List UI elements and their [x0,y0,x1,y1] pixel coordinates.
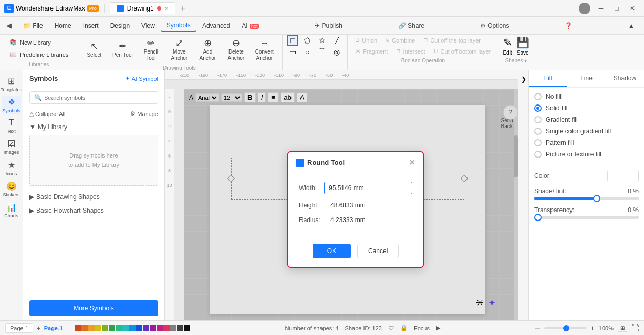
edit-shapes-button[interactable]: ✎ Edit [503,36,512,56]
line-tab[interactable]: Line [567,70,606,87]
pattern-fill-option[interactable]: Pattern fill [534,139,639,146]
gradient-fill-radio[interactable] [534,116,542,123]
line-shape-button[interactable]: ╱ [331,35,342,46]
shade-slider[interactable] [534,197,639,200]
images-button[interactable]: 🖼 Images [2,138,21,156]
solid-fill-option[interactable]: Solid fill [534,104,639,112]
menu-home[interactable]: Home [49,20,77,32]
icons-button[interactable]: ★ Icons [2,159,21,177]
minimize-button[interactable]: ─ [594,3,608,14]
palette-color-12[interactable] [150,325,156,331]
single-color-radio[interactable] [534,128,542,135]
close-button[interactable]: ✕ [625,3,640,14]
back-button[interactable]: ◀ [4,20,14,30]
menu-design[interactable]: Design [105,20,135,32]
avatar[interactable] [579,3,590,14]
arc-shape-button[interactable]: ⌒ [316,46,328,58]
palette-color-4[interactable] [95,325,101,331]
my-library-heading[interactable]: ▼ My Library [29,123,158,131]
palette-color-8[interactable] [122,325,129,331]
zoom-slider[interactable] [544,327,586,329]
right-panel-collapse-button[interactable]: ❯ [518,70,528,320]
zoom-in-button[interactable]: + [590,324,595,332]
color-swatch[interactable] [607,171,639,181]
delete-anchor-button[interactable]: ⊖ Delete Anchor [222,35,250,65]
combine-button[interactable]: ⊌ Combine [382,36,418,45]
help-button[interactable]: ❓ [559,20,578,32]
menu-insert[interactable]: Insert [78,20,104,32]
basic-flowchart-shapes-category[interactable]: ▶ Basic Flowchart Shapes [23,204,164,217]
union-button[interactable]: ⊔ Union [352,36,380,45]
menu-advanced[interactable]: Advanced [197,20,235,32]
intersect-button[interactable]: ⊓ Intersect [393,47,428,56]
dialog-close-button[interactable]: ✕ [409,158,416,168]
palette-color-10[interactable] [136,325,142,331]
shade-thumb[interactable] [593,195,600,202]
palette-color-16[interactable] [177,325,183,331]
picture-texture-radio[interactable] [534,151,542,158]
fit-page-button[interactable]: ⊞ [618,324,627,332]
fragment-button[interactable]: ⋈ Fragment [352,47,391,56]
palette-color-5[interactable] [102,325,108,331]
palette-color-2[interactable] [81,325,88,331]
options-button[interactable]: ⚙ Options [475,20,515,32]
transparency-slider[interactable] [534,216,639,219]
maximize-button[interactable]: □ [609,3,624,14]
menu-file[interactable]: 📁 File [18,20,48,32]
convert-anchor-button[interactable]: ↔ Convert Anchor [251,35,278,65]
transparency-thumb[interactable] [534,214,542,221]
add-tab-button[interactable]: + [178,3,189,14]
palette-color-7[interactable] [116,325,122,331]
shadow-tab[interactable]: Shadow [606,70,644,87]
predefine-libraries-button[interactable]: 📖 Predefine Libraries [6,49,71,59]
add-page-button[interactable]: + [36,324,40,332]
app-tab[interactable]: E Wondershare EdrawMax Pro [4,4,99,13]
single-color-gradient-option[interactable]: Single color gradient fill [534,128,639,135]
star-shape-button[interactable]: ☆ [316,35,328,46]
circle-shape-button[interactable]: ○ [302,46,313,58]
rectangle-shape-button[interactable]: □ [287,35,298,46]
new-library-button[interactable]: 📚 New Library [6,37,71,47]
collapse-all-button[interactable]: △ Collapse All [29,110,65,117]
palette-color-6[interactable] [109,325,115,331]
swirl-shape-button[interactable]: ◎ [331,46,342,58]
palette-color-3[interactable] [88,325,95,331]
menu-ai[interactable]: AI hot [236,20,264,32]
fill-tab[interactable]: Fill [529,70,567,87]
width-input[interactable] [324,182,412,194]
templates-button[interactable]: ⊞ Templates [2,75,21,93]
palette-color-15[interactable] [170,325,176,331]
palette-color-9[interactable] [129,325,136,331]
zoom-thumb[interactable] [563,325,569,331]
pattern-fill-radio[interactable] [534,139,542,146]
palette-color-17[interactable] [184,325,190,331]
drawing-tab[interactable]: Drawing1 ✕ [110,2,175,14]
pentagon-shape-button[interactable]: ⬠ [302,35,313,46]
stickers-button[interactable]: 😊 Stickers [2,180,21,198]
canvas-area[interactable]: -210-190-170-150-130-110-90-70-50-40 -02… [165,70,518,320]
search-input[interactable] [44,95,153,101]
palette-color-11[interactable] [143,325,149,331]
gradient-fill-option[interactable]: Gradient fill [534,116,639,123]
palette-color-13[interactable] [157,325,163,331]
more-symbols-button[interactable]: More Symbols [29,300,158,316]
add-anchor-button[interactable]: ⊕ Add Anchor [194,35,221,65]
tab-close-icon[interactable]: ✕ [164,6,169,12]
menu-symbols[interactable]: Symbols [161,19,196,32]
select-tool-button[interactable]: ↖ Select [80,35,108,65]
move-anchor-button[interactable]: ⤢ Move Anchor [165,35,193,65]
page-1-button[interactable]: Page-1 [5,323,33,333]
cancel-button[interactable]: Cancel [357,244,399,258]
symbols-button[interactable]: ❖ Symbols [2,96,21,114]
share-button[interactable]: 🔗 Share [393,20,430,32]
cut-top-button[interactable]: ⊓ Cut off the top layer [420,36,484,45]
pencil-tool-button[interactable]: ✏ Pencil Tool [137,35,164,65]
canvas-content[interactable]: ⬡ Send toBack ✳ ✦ A Arial 12 [184,89,518,320]
palette-color-14[interactable] [163,325,170,331]
round-rect-shape-button[interactable]: ▭ [287,46,298,58]
ok-button[interactable]: OK [313,244,351,258]
ai-symbol-button[interactable]: ✦ AI Symbol [125,75,158,82]
menu-view[interactable]: View [136,20,160,32]
active-page-label[interactable]: Page-1 [44,325,63,331]
text-button[interactable]: T Text [2,117,21,135]
